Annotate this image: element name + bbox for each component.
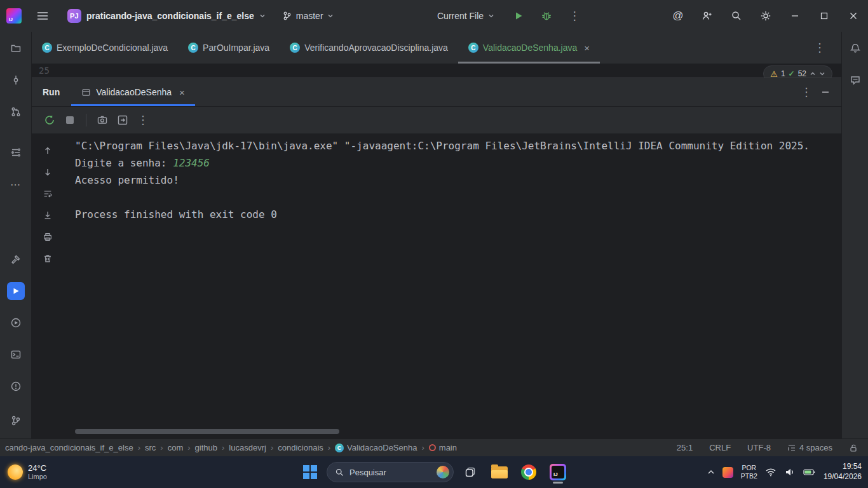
java-class-icon: C — [188, 43, 198, 53]
breadcrumb-item[interactable]: src — [145, 443, 156, 452]
debug-bug-icon — [541, 10, 552, 22]
next-problem-icon[interactable] — [819, 71, 825, 77]
line-separator[interactable]: CRLF — [709, 443, 731, 452]
version-control-tool-button[interactable] — [7, 412, 25, 430]
breadcrumb-item[interactable]: lucasdevrj — [229, 443, 266, 452]
java-class-icon: C — [42, 43, 52, 53]
breadcrumb-label: src — [145, 443, 156, 452]
run-widget-group: Current File ⋮ — [437, 0, 586, 32]
commit-tool-button[interactable] — [7, 71, 25, 89]
breadcrumb-label: main — [439, 443, 457, 452]
commit-icon — [10, 74, 22, 86]
stop-button[interactable] — [61, 111, 79, 129]
breadcrumb-item[interactable]: condicionais — [278, 443, 323, 452]
services-tool-button[interactable] — [7, 314, 25, 332]
console-more-actions-button[interactable]: ⋮ — [134, 111, 152, 129]
search-everywhere-button[interactable] — [722, 5, 751, 27]
main-row: ⋯ C ExemploDeCondicional.java — [0, 32, 868, 438]
print-button[interactable] — [39, 229, 56, 245]
chrome-button[interactable] — [516, 459, 541, 485]
problems-icon — [10, 381, 22, 392]
export-button[interactable] — [114, 111, 132, 129]
file-explorer-button[interactable] — [487, 459, 512, 485]
wifi-icon[interactable] — [765, 466, 776, 478]
printer-icon — [43, 232, 53, 242]
problems-tool-button[interactable] — [7, 377, 25, 395]
build-tool-button[interactable] — [7, 250, 25, 268]
console-line: "C:\Program Files\Java\jdk-17\bin\java.e… — [75, 137, 841, 154]
windows-taskbar: 24°C Limpo Pesquisar IJ POR — [0, 456, 868, 488]
rerun-button[interactable] — [41, 111, 58, 129]
debug-button[interactable] — [535, 5, 558, 27]
caret-position[interactable]: 25:1 — [677, 443, 693, 452]
project-selector[interactable]: PJ praticando-java_condicionais_if_e_els… — [67, 9, 266, 23]
terminal-tool-button[interactable] — [7, 346, 25, 363]
indent-setting[interactable]: 4 spaces — [787, 443, 832, 452]
breadcrumb-item[interactable]: main — [429, 443, 457, 452]
breadcrumb-item[interactable]: C ValidacaoDeSenha — [335, 443, 417, 452]
more-tool-windows-button[interactable]: ⋯ — [7, 175, 25, 193]
add-user-icon — [702, 10, 713, 22]
inspection-widget[interactable]: ⚠ 1 ✓ 52 — [763, 65, 832, 78]
prev-problem-icon[interactable] — [810, 71, 816, 77]
show-hidden-icons-button[interactable] — [707, 468, 715, 476]
down-stack-trace-button[interactable] — [39, 164, 56, 180]
clear-console-button[interactable] — [39, 250, 56, 267]
start-button[interactable] — [297, 459, 323, 485]
notifications-button[interactable] — [846, 39, 864, 57]
weather-widget[interactable]: 24°C Limpo — [8, 463, 47, 482]
code-with-me-button[interactable] — [693, 5, 722, 27]
volume-icon[interactable] — [784, 466, 796, 478]
breadcrumb-separator-icon: › — [328, 443, 330, 452]
battery-icon[interactable] — [803, 467, 816, 477]
breadcrumb-separator-icon: › — [187, 443, 190, 452]
more-run-actions-button[interactable]: ⋮ — [563, 5, 586, 27]
tab-label: ExemploDeCondicional.java — [57, 43, 168, 53]
structure-tool-button[interactable] — [7, 144, 25, 161]
run-tool-button[interactable] — [7, 282, 25, 300]
settings-button[interactable] — [751, 5, 780, 27]
clock-widget[interactable]: 19:54 19/04/2026 — [824, 462, 862, 482]
taskbar-search[interactable]: Pesquisar — [327, 462, 454, 482]
language-indicator[interactable]: POR PTB2 — [741, 464, 757, 480]
file-encoding[interactable]: UTF-8 — [747, 443, 771, 452]
horizontal-scrollbar[interactable] — [75, 429, 339, 434]
run-configuration-selector[interactable]: Current File — [437, 11, 494, 21]
lock-icon[interactable] — [849, 444, 858, 452]
editor-tab-active[interactable]: C ValidacaoDeSenha.java × — [458, 32, 600, 64]
scroll-to-end-button[interactable] — [39, 207, 56, 224]
close-tab-icon[interactable]: × — [179, 87, 185, 98]
run-console-tab[interactable]: ValidacaoDeSenha × — [71, 78, 195, 106]
ai-assistant-button[interactable] — [846, 71, 864, 89]
mentions-button[interactable]: @ — [663, 5, 693, 27]
editor-tab[interactable]: C ExemploDeCondicional.java — [32, 32, 178, 64]
kebab-icon: ⋮ — [569, 10, 580, 22]
git-branch-selector[interactable]: master — [282, 11, 334, 21]
soft-wrap-button[interactable] — [39, 186, 56, 202]
minimize-window-button[interactable] — [780, 0, 810, 32]
thread-dump-button[interactable] — [93, 111, 111, 129]
maximize-window-button[interactable] — [810, 0, 839, 32]
project-tool-button[interactable] — [7, 39, 25, 57]
task-view-button[interactable] — [458, 459, 483, 485]
editor-tab[interactable]: C VerificandoAprovacaoDisciplina.java — [280, 32, 458, 64]
run-options-button[interactable]: ⋮ — [801, 86, 812, 98]
breadcrumb-item[interactable]: cando-java_condicionais_if_e_else — [5, 443, 133, 452]
hide-tool-window-button[interactable] — [821, 88, 830, 97]
close-window-button[interactable] — [839, 0, 868, 32]
intellij-taskbar-button[interactable]: IJ — [545, 459, 571, 485]
breadcrumb-item[interactable]: com — [168, 443, 184, 452]
tray-app-icon[interactable] — [722, 467, 733, 478]
up-stack-trace-button[interactable] — [39, 142, 56, 159]
more-horizontal-icon: ⋯ — [10, 179, 21, 191]
run-button[interactable] — [507, 5, 530, 27]
run-header: Run ValidacaoDeSenha × ⋮ — [32, 78, 841, 107]
close-tab-icon[interactable]: × — [584, 43, 590, 53]
editor-tab[interactable]: C ParOuImpar.java — [178, 32, 280, 64]
main-menu-button[interactable] — [32, 5, 53, 27]
folder-icon — [10, 43, 22, 54]
tab-options-button[interactable]: ⋮ — [807, 37, 832, 58]
passed-count: 52 — [798, 69, 806, 78]
pull-requests-tool-button[interactable] — [7, 103, 25, 121]
breadcrumb-item[interactable]: github — [195, 443, 217, 452]
